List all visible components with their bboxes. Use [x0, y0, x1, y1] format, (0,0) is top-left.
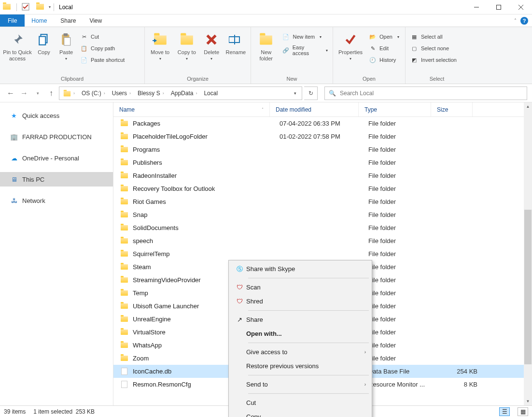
- address-bar[interactable]: › OS (C:)› Users› Blessy S› AppData› Loc…: [59, 86, 302, 100]
- col-size[interactable]: Size: [431, 102, 473, 116]
- file-type: File folder: [368, 355, 441, 362]
- file-row[interactable]: PlaceholderTileLogoFolder01-02-2022 07:5…: [113, 130, 532, 143]
- title-bar: ▾ Local: [0, 0, 532, 14]
- breadcrumb-root-icon[interactable]: ›: [60, 90, 79, 97]
- history-button[interactable]: 🕘History: [367, 55, 401, 65]
- breadcrumb-4[interactable]: Local: [201, 90, 221, 97]
- file-date: 07-04-2022 06:33 PM: [280, 120, 368, 127]
- breadcrumb-0[interactable]: OS (C:)›: [79, 90, 109, 97]
- file-row[interactable]: RadeonInstallerFile folder: [113, 169, 532, 182]
- ctx-copy[interactable]: Copy: [230, 410, 371, 417]
- folder-icon: [119, 134, 129, 139]
- nav-up-button[interactable]: ↑: [45, 87, 57, 99]
- ctx-open-with[interactable]: Open with...: [230, 327, 371, 341]
- paste-shortcut-button[interactable]: 📄Paste shortcut: [78, 55, 126, 65]
- file-row[interactable]: ProgramsFile folder: [113, 143, 532, 156]
- tab-view[interactable]: View: [83, 14, 109, 27]
- ctx-scan[interactable]: 🛡Scan: [230, 280, 371, 294]
- ribbon-tab-strip: File Home Share View ˄ ?: [0, 14, 532, 27]
- copy-to-icon: [179, 32, 195, 47]
- pin-quick-access-button[interactable]: Pin to Quick access: [3, 29, 32, 62]
- ctx-send-to[interactable]: Send to›: [230, 377, 371, 391]
- select-none-button[interactable]: ▢Select none: [408, 43, 459, 53]
- search-input[interactable]: [340, 90, 523, 97]
- file-type: File folder: [368, 316, 441, 323]
- paste-button[interactable]: Paste ▾: [56, 29, 76, 61]
- file-row[interactable]: Packages07-04-2022 06:33 PMFile folder: [113, 117, 532, 130]
- open-button[interactable]: 📂Open▾: [367, 32, 401, 42]
- new-item-button[interactable]: 📄New item▾: [280, 32, 330, 42]
- qat-checkbox-icon[interactable]: [22, 3, 30, 12]
- tab-file[interactable]: File: [0, 14, 25, 27]
- new-folder-button[interactable]: New folder: [254, 29, 278, 62]
- cut-button[interactable]: ✂Cut: [78, 32, 126, 42]
- file-row[interactable]: speechFile folder: [113, 234, 532, 247]
- tab-share[interactable]: Share: [54, 14, 83, 27]
- edit-button[interactable]: ✎Edit: [367, 43, 401, 53]
- select-all-button[interactable]: ▦Select all: [408, 32, 459, 42]
- ctx-cut[interactable]: Cut: [230, 396, 371, 410]
- tab-home[interactable]: Home: [25, 14, 54, 27]
- breadcrumb-1[interactable]: Users›: [109, 90, 135, 97]
- nav-forward-button[interactable]: →: [18, 87, 30, 99]
- breadcrumb-2[interactable]: Blessy S›: [135, 90, 168, 97]
- properties-icon: [343, 32, 358, 47]
- sidebar-farrad[interactable]: 🏢FARRAD PRODUCTION: [0, 129, 113, 144]
- rename-button[interactable]: Rename: [224, 29, 248, 56]
- folder-icon: [119, 330, 129, 335]
- move-to-button[interactable]: Move to▾: [148, 29, 172, 61]
- group-organize-label: Organize: [148, 75, 248, 84]
- delete-button[interactable]: Delete▾: [201, 29, 222, 61]
- ctx-share[interactable]: ↗Share: [230, 313, 371, 327]
- file-row[interactable]: Recovery Toolbox for OutlookFile folder: [113, 182, 532, 195]
- copy-button[interactable]: Copy: [34, 29, 54, 56]
- svg-rect-8: [64, 33, 68, 36]
- file-icon: [119, 381, 129, 388]
- copy-path-button[interactable]: 📋Copy path: [78, 43, 126, 53]
- file-row[interactable]: PublishersFile folder: [113, 156, 532, 169]
- nav-back-button[interactable]: ←: [5, 87, 16, 99]
- address-dropdown-icon[interactable]: ▾: [289, 91, 301, 96]
- search-box[interactable]: 🔍: [324, 86, 527, 100]
- scroll-thumb[interactable]: [524, 210, 532, 364]
- collapse-ribbon-icon[interactable]: ˄: [514, 18, 517, 23]
- col-type[interactable]: Type: [359, 102, 431, 116]
- file-row[interactable]: SnapFile folder: [113, 208, 532, 221]
- qat-dropdown-icon[interactable]: ▾: [49, 5, 51, 9]
- sidebar-onedrive[interactable]: ☁OneDrive - Personal: [0, 151, 113, 165]
- ctx-share-skype[interactable]: ⓈShare with Skype: [230, 262, 371, 276]
- scroll-down-icon[interactable]: ▼: [524, 397, 532, 405]
- file-row[interactable]: SquirrelTempFile folder: [113, 247, 532, 260]
- ctx-give-access[interactable]: Give access to›: [230, 345, 371, 359]
- file-type: File folder: [368, 211, 441, 218]
- svg-rect-6: [39, 37, 45, 45]
- sidebar-quick-access[interactable]: ★Quick access: [0, 108, 113, 123]
- sidebar-network[interactable]: 🖧Network: [0, 193, 113, 208]
- refresh-button[interactable]: ↻: [304, 86, 318, 100]
- view-details-button[interactable]: ☰: [499, 407, 510, 416]
- view-large-icons-button[interactable]: ▦: [518, 407, 528, 416]
- help-icon[interactable]: ?: [520, 17, 528, 25]
- easy-access-button[interactable]: 🔗Easy access▾: [280, 43, 330, 57]
- scroll-up-icon[interactable]: ▲: [524, 102, 532, 111]
- col-name[interactable]: Name˄: [113, 102, 270, 116]
- vertical-scrollbar[interactable]: ▲ ▼: [524, 102, 532, 405]
- ctx-restore-versions[interactable]: Restore previous versions: [230, 359, 371, 373]
- file-row[interactable]: Riot GamesFile folder: [113, 195, 532, 208]
- minimize-button[interactable]: [465, 0, 488, 14]
- file-row[interactable]: SolidDocumentsFile folder: [113, 221, 532, 234]
- copy-to-button[interactable]: Copy to▾: [174, 29, 199, 61]
- close-button[interactable]: [510, 0, 532, 14]
- sidebar-this-pc[interactable]: 🖥This PC: [0, 172, 113, 187]
- chevron-right-icon: ›: [364, 349, 366, 355]
- ctx-shred[interactable]: 🛡Shred: [230, 294, 371, 308]
- properties-button[interactable]: Properties▾: [336, 29, 365, 61]
- svg-rect-9: [64, 38, 70, 45]
- nav-recent-dropdown[interactable]: ▾: [32, 87, 43, 99]
- edit-icon: ✎: [369, 44, 377, 52]
- invert-selection-button[interactable]: ◩Invert selection: [408, 55, 459, 65]
- col-date[interactable]: Date modified: [270, 102, 359, 116]
- qat-folder-icon[interactable]: [36, 3, 45, 12]
- maximize-button[interactable]: [488, 0, 510, 14]
- breadcrumb-3[interactable]: AppData›: [168, 90, 201, 97]
